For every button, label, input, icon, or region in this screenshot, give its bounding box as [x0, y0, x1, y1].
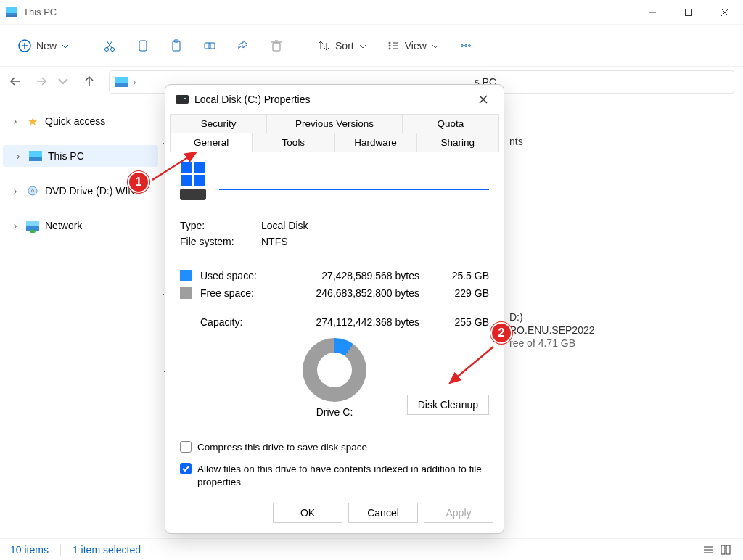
tab-security[interactable]: Security [170, 114, 267, 133]
type-value: Local Disk [261, 220, 308, 231]
tab-quota[interactable]: Quota [402, 114, 499, 133]
share-button[interactable] [229, 31, 258, 60]
delete-button[interactable] [262, 31, 291, 60]
used-space-bytes: 27,428,589,568 bytes [289, 270, 434, 281]
sidebar-item-network[interactable]: › Network [0, 215, 161, 236]
svg-rect-16 [273, 43, 280, 51]
partial-dvd-free: ree of 4.71 GB [509, 337, 575, 349]
divider [86, 36, 86, 56]
dialog-tabs: Security Previous Versions Quota General… [165, 114, 504, 152]
svg-rect-1 [686, 9, 692, 15]
annotation-arrow-2 [446, 342, 499, 389]
index-checkbox-row[interactable]: Allow files on this drive to have conten… [180, 458, 489, 493]
back-button[interactable] [9, 75, 22, 90]
svg-rect-38 [721, 545, 725, 554]
drive-name-input[interactable] [219, 173, 489, 190]
svg-point-27 [461, 44, 463, 46]
chevron-down-icon [358, 41, 367, 50]
cancel-button[interactable]: Cancel [348, 503, 418, 523]
close-button[interactable] [707, 0, 743, 25]
svg-point-29 [468, 44, 470, 46]
filesystem-value: NTFS [261, 236, 288, 247]
sidebar-item-quick-access[interactable]: › ★ Quick access [0, 110, 161, 132]
disk-cleanup-button[interactable]: Disk Cleanup [407, 395, 489, 415]
view-label: View [405, 40, 427, 52]
breadcrumb-separator: › [133, 76, 136, 88]
rename-button[interactable] [195, 31, 224, 60]
svg-point-28 [464, 44, 467, 46]
svg-rect-11 [139, 41, 147, 51]
divider [300, 36, 300, 56]
compress-label: Compress this drive to save disk space [197, 441, 367, 454]
chevron-right-icon: › [10, 115, 20, 127]
svg-rect-14 [205, 43, 210, 49]
svg-rect-39 [726, 545, 730, 554]
tab-tools[interactable]: Tools [252, 133, 334, 152]
drive-icon [176, 95, 189, 104]
free-space-human: 229 GB [443, 287, 489, 299]
sidebar-item-label: This PC [48, 150, 84, 162]
apply-button[interactable]: Apply [424, 503, 493, 523]
svg-point-25 [389, 48, 390, 49]
sidebar-item-this-pc[interactable]: › This PC [3, 145, 158, 167]
svg-point-23 [389, 45, 390, 46]
new-label: New [36, 40, 57, 52]
paste-button[interactable] [162, 31, 191, 60]
partial-documents-label: nts [509, 136, 523, 147]
svg-line-43 [450, 347, 493, 383]
capacity-human: 255 GB [443, 316, 489, 328]
view-button[interactable]: View [379, 34, 447, 57]
star-icon: ★ [26, 115, 39, 127]
svg-point-34 [32, 190, 34, 192]
forward-button[interactable] [35, 75, 48, 90]
sidebar-item-label: Network [45, 220, 82, 231]
free-space-label: Free space: [200, 287, 280, 299]
used-space-human: 25.5 GB [443, 270, 489, 281]
svg-line-9 [107, 41, 112, 48]
local-disk-icon [180, 189, 206, 200]
svg-rect-15 [209, 43, 215, 49]
svg-point-7 [105, 47, 109, 51]
checkbox-checked-icon[interactable] [180, 463, 192, 474]
filesystem-label: File system: [180, 236, 247, 247]
more-button[interactable] [451, 31, 480, 60]
sort-label: Sort [335, 40, 354, 52]
chevron-right-icon: › [10, 185, 20, 197]
tab-hardware[interactable]: Hardware [334, 133, 417, 152]
annotation-badge-1: 1 [128, 171, 149, 193]
minimize-button[interactable] [634, 0, 670, 25]
toolbar: New Sort View [0, 25, 743, 67]
free-space-bytes: 246,683,852,800 bytes [289, 287, 434, 299]
dialog-close-button[interactable] [473, 89, 493, 110]
tab-previous-versions[interactable]: Previous Versions [266, 114, 402, 133]
thumbnails-view-toggle[interactable] [718, 543, 733, 557]
partial-dvd-label: D:) [509, 311, 523, 323]
copy-button[interactable] [128, 31, 157, 60]
sidebar: › ★ Quick access › This PC › DVD Drive (… [0, 97, 161, 538]
new-button[interactable]: New [10, 34, 77, 57]
usage-pie-chart [303, 338, 366, 402]
network-icon [26, 221, 39, 231]
up-button[interactable] [83, 75, 96, 90]
svg-rect-12 [173, 41, 180, 51]
this-pc-icon [29, 151, 42, 161]
cut-button[interactable] [95, 31, 124, 60]
dialog-titlebar: Local Disk (C:) Properties [165, 85, 504, 114]
used-space-swatch [180, 270, 192, 281]
tab-sharing[interactable]: Sharing [416, 133, 499, 152]
checkbox-unchecked-icon[interactable] [180, 441, 192, 453]
svg-point-21 [389, 42, 390, 44]
sort-button[interactable]: Sort [309, 34, 374, 57]
details-view-toggle[interactable] [701, 543, 715, 557]
used-space-label: Used space: [200, 270, 280, 281]
chevron-down-icon [431, 41, 440, 50]
dvd-icon [26, 185, 39, 197]
svg-line-10 [107, 41, 112, 48]
partial-dvd-volume: RO.ENU.SEP2022 [509, 324, 595, 336]
recent-dropdown[interactable] [57, 75, 70, 90]
type-label: Type: [180, 220, 247, 231]
free-space-swatch [180, 287, 192, 299]
maximize-button[interactable] [670, 0, 707, 25]
compress-checkbox-row[interactable]: Compress this drive to save disk space [180, 437, 489, 458]
ok-button[interactable]: OK [273, 503, 342, 523]
